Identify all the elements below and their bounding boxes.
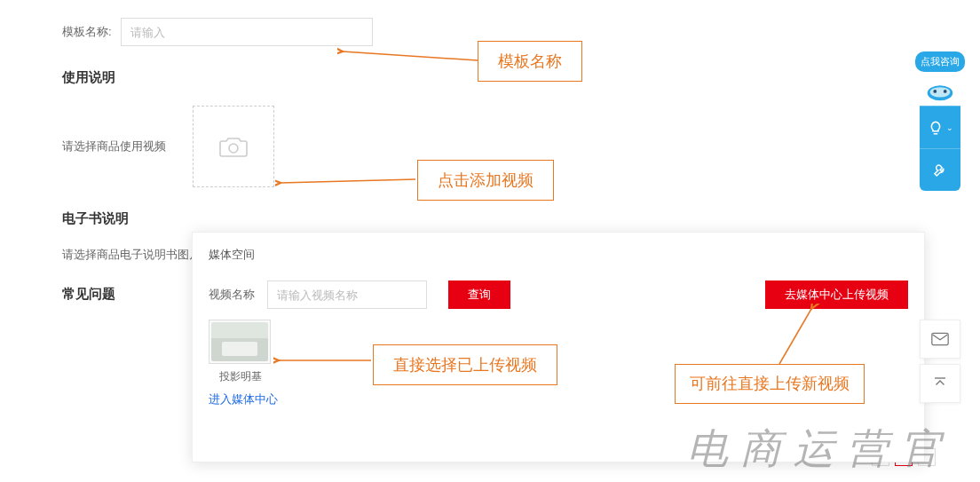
ebook-section-title: 电子书说明 bbox=[62, 210, 936, 227]
usage-video-label: 请选择商品使用视频 bbox=[62, 138, 166, 154]
dolphin-icon bbox=[923, 77, 957, 102]
template-name-input[interactable] bbox=[121, 18, 373, 46]
consult-bubble[interactable]: 点我咨询 bbox=[915, 51, 965, 72]
media-search-label: 视频名称 bbox=[209, 287, 255, 303]
media-center-link[interactable]: 进入媒体中心 bbox=[209, 391, 278, 407]
media-upload-button[interactable]: 去媒体中心上传视频 bbox=[765, 281, 908, 309]
annotation-goto-upload: 可前往直接上传新视频 bbox=[675, 364, 865, 404]
svg-point-0 bbox=[229, 144, 238, 153]
svg-point-7 bbox=[933, 90, 937, 93]
media-thumbnail[interactable] bbox=[209, 320, 271, 364]
mail-button[interactable] bbox=[920, 320, 960, 359]
svg-point-8 bbox=[944, 90, 947, 93]
template-name-label: 模板名称: bbox=[62, 24, 115, 40]
upload-video-box[interactable] bbox=[193, 106, 274, 187]
camera-icon bbox=[219, 135, 248, 158]
svg-point-6 bbox=[930, 87, 951, 97]
ebook-image-label: 请选择商品电子说明书图片 bbox=[62, 247, 201, 263]
media-query-button[interactable]: 查询 bbox=[448, 281, 510, 309]
help-tip-button[interactable]: ⌄ bbox=[920, 106, 960, 148]
media-modal-title: 媒体空间 bbox=[209, 247, 908, 263]
annotation-select-uploaded: 直接选择已上传视频 bbox=[373, 344, 557, 385]
chevron-down-icon: ⌄ bbox=[946, 123, 953, 132]
annotation-add-video: 点击添加视频 bbox=[417, 160, 554, 201]
consult-widget: 点我咨询 ⌄ bbox=[920, 51, 960, 191]
media-item[interactable]: 投影明基 bbox=[209, 320, 273, 384]
annotation-template-name: 模板名称 bbox=[478, 41, 582, 82]
tool-button[interactable] bbox=[920, 148, 960, 191]
scroll-top-button[interactable] bbox=[920, 364, 960, 403]
media-modal: 媒体空间 视频名称 查询 去媒体中心上传视频 投影明基 进入媒体中心 bbox=[192, 232, 925, 462]
float-secondary bbox=[920, 320, 960, 408]
svg-rect-9 bbox=[932, 333, 948, 344]
media-caption: 投影明基 bbox=[209, 369, 273, 384]
media-search-input[interactable] bbox=[267, 281, 427, 309]
